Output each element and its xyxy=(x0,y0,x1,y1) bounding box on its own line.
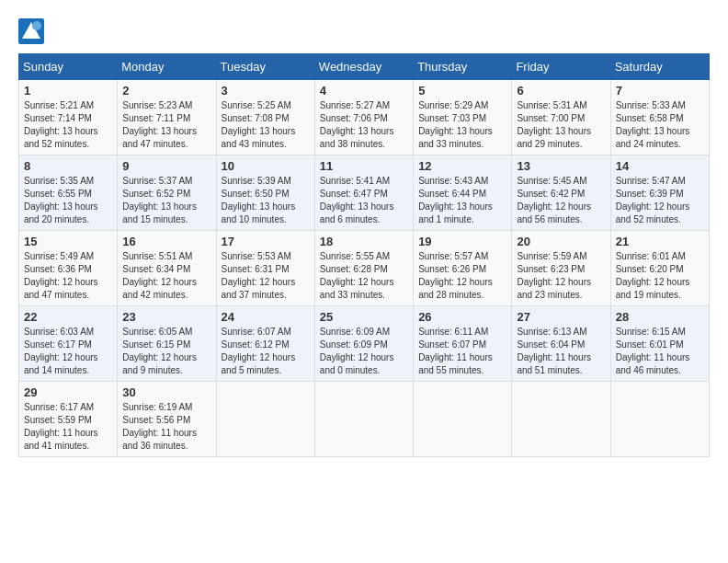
day-number: 6 xyxy=(517,84,605,98)
day-number: 19 xyxy=(418,235,506,248)
week-row-5: 29Sunrise: 6:17 AM Sunset: 5:59 PM Dayli… xyxy=(19,382,710,457)
day-number: 8 xyxy=(24,159,112,173)
day-info: Sunrise: 5:37 AM Sunset: 6:52 PM Dayligh… xyxy=(122,175,210,226)
day-number: 14 xyxy=(616,159,704,173)
day-info: Sunrise: 5:57 AM Sunset: 6:26 PM Dayligh… xyxy=(418,250,506,302)
day-info: Sunrise: 5:55 AM Sunset: 6:28 PM Dayligh… xyxy=(320,250,408,302)
header-tuesday: Tuesday xyxy=(216,54,314,80)
week-row-1: 1Sunrise: 5:21 AM Sunset: 7:14 PM Daylig… xyxy=(19,80,710,155)
calendar-cell: 17Sunrise: 5:53 AM Sunset: 6:31 PM Dayli… xyxy=(216,231,314,306)
calendar-cell: 2Sunrise: 5:23 AM Sunset: 7:11 PM Daylig… xyxy=(118,80,216,155)
day-info: Sunrise: 6:01 AM Sunset: 6:20 PM Dayligh… xyxy=(616,250,704,302)
day-info: Sunrise: 6:05 AM Sunset: 6:15 PM Dayligh… xyxy=(122,326,210,377)
day-info: Sunrise: 6:13 AM Sunset: 6:04 PM Dayligh… xyxy=(517,326,605,377)
day-number: 30 xyxy=(122,385,210,399)
calendar-cell: 13Sunrise: 5:45 AM Sunset: 6:42 PM Dayli… xyxy=(512,155,610,231)
day-number: 1 xyxy=(24,84,112,98)
day-number: 22 xyxy=(24,310,112,324)
day-info: Sunrise: 5:43 AM Sunset: 6:44 PM Dayligh… xyxy=(418,175,506,226)
calendar-cell: 18Sunrise: 5:55 AM Sunset: 6:28 PM Dayli… xyxy=(314,231,413,306)
day-number: 23 xyxy=(122,310,210,324)
calendar-cell: 11Sunrise: 5:41 AM Sunset: 6:47 PM Dayli… xyxy=(314,155,413,231)
day-number: 5 xyxy=(418,84,506,98)
day-number: 4 xyxy=(320,84,408,98)
calendar-cell: 10Sunrise: 5:39 AM Sunset: 6:50 PM Dayli… xyxy=(216,155,314,231)
day-info: Sunrise: 5:25 AM Sunset: 7:08 PM Dayligh… xyxy=(222,99,310,151)
day-number: 2 xyxy=(122,84,210,98)
day-number: 26 xyxy=(418,310,506,324)
day-info: Sunrise: 6:19 AM Sunset: 5:56 PM Dayligh… xyxy=(122,401,210,453)
calendar-cell: 29Sunrise: 6:17 AM Sunset: 5:59 PM Dayli… xyxy=(19,382,118,457)
day-info: Sunrise: 5:45 AM Sunset: 6:42 PM Dayligh… xyxy=(517,175,605,226)
logo xyxy=(18,18,48,44)
header-wednesday: Wednesday xyxy=(314,54,413,80)
calendar-cell: 25Sunrise: 6:09 AM Sunset: 6:09 PM Dayli… xyxy=(314,306,413,382)
day-info: Sunrise: 5:51 AM Sunset: 6:34 PM Dayligh… xyxy=(122,250,210,302)
day-number: 29 xyxy=(24,385,112,399)
day-info: Sunrise: 6:15 AM Sunset: 6:01 PM Dayligh… xyxy=(616,326,704,377)
day-info: Sunrise: 6:07 AM Sunset: 6:12 PM Dayligh… xyxy=(222,326,310,377)
day-info: Sunrise: 5:35 AM Sunset: 6:55 PM Dayligh… xyxy=(24,175,112,226)
day-number: 16 xyxy=(122,235,210,248)
header-monday: Monday xyxy=(118,54,216,80)
day-number: 28 xyxy=(616,310,704,324)
day-number: 25 xyxy=(320,310,408,324)
calendar-cell xyxy=(610,382,709,457)
day-info: Sunrise: 6:11 AM Sunset: 6:07 PM Dayligh… xyxy=(418,326,506,377)
calendar-cell: 3Sunrise: 5:25 AM Sunset: 7:08 PM Daylig… xyxy=(216,80,314,155)
day-info: Sunrise: 5:53 AM Sunset: 6:31 PM Dayligh… xyxy=(222,250,310,302)
header-saturday: Saturday xyxy=(610,54,709,80)
day-info: Sunrise: 5:23 AM Sunset: 7:11 PM Dayligh… xyxy=(122,99,210,151)
logo-icon xyxy=(18,18,44,44)
day-number: 17 xyxy=(222,235,310,248)
calendar-cell: 1Sunrise: 5:21 AM Sunset: 7:14 PM Daylig… xyxy=(19,80,118,155)
day-info: Sunrise: 5:41 AM Sunset: 6:47 PM Dayligh… xyxy=(320,175,408,226)
header-thursday: Thursday xyxy=(414,54,512,80)
calendar-cell: 26Sunrise: 6:11 AM Sunset: 6:07 PM Dayli… xyxy=(414,306,512,382)
calendar-cell: 12Sunrise: 5:43 AM Sunset: 6:44 PM Dayli… xyxy=(414,155,512,231)
calendar-table: SundayMondayTuesdayWednesdayThursdayFrid… xyxy=(18,53,710,457)
calendar-cell xyxy=(512,382,610,457)
calendar-cell: 27Sunrise: 6:13 AM Sunset: 6:04 PM Dayli… xyxy=(512,306,610,382)
day-number: 27 xyxy=(517,310,605,324)
day-number: 15 xyxy=(24,235,112,248)
day-number: 10 xyxy=(222,159,310,173)
day-info: Sunrise: 5:49 AM Sunset: 6:36 PM Dayligh… xyxy=(24,250,112,302)
day-number: 20 xyxy=(517,235,605,248)
day-info: Sunrise: 5:47 AM Sunset: 6:39 PM Dayligh… xyxy=(616,175,704,226)
calendar-cell: 5Sunrise: 5:29 AM Sunset: 7:03 PM Daylig… xyxy=(414,80,512,155)
calendar-cell: 9Sunrise: 5:37 AM Sunset: 6:52 PM Daylig… xyxy=(118,155,216,231)
day-number: 3 xyxy=(222,84,310,98)
day-number: 24 xyxy=(222,310,310,324)
day-info: Sunrise: 5:39 AM Sunset: 6:50 PM Dayligh… xyxy=(222,175,310,226)
week-row-4: 22Sunrise: 6:03 AM Sunset: 6:17 PM Dayli… xyxy=(19,306,710,382)
day-number: 21 xyxy=(616,235,704,248)
header-sunday: Sunday xyxy=(19,54,118,80)
calendar-cell: 7Sunrise: 5:33 AM Sunset: 6:58 PM Daylig… xyxy=(610,80,709,155)
calendar-cell xyxy=(414,382,512,457)
calendar-cell: 8Sunrise: 5:35 AM Sunset: 6:55 PM Daylig… xyxy=(19,155,118,231)
day-number: 13 xyxy=(517,159,605,173)
calendar-cell: 28Sunrise: 6:15 AM Sunset: 6:01 PM Dayli… xyxy=(610,306,709,382)
day-info: Sunrise: 6:09 AM Sunset: 6:09 PM Dayligh… xyxy=(320,326,408,377)
svg-point-2 xyxy=(32,21,41,30)
calendar-cell: 4Sunrise: 5:27 AM Sunset: 7:06 PM Daylig… xyxy=(314,80,413,155)
day-number: 12 xyxy=(418,159,506,173)
day-number: 18 xyxy=(320,235,408,248)
calendar-cell xyxy=(216,382,314,457)
calendar-cell xyxy=(314,382,413,457)
header-friday: Friday xyxy=(512,54,610,80)
calendar-cell: 22Sunrise: 6:03 AM Sunset: 6:17 PM Dayli… xyxy=(19,306,118,382)
week-row-3: 15Sunrise: 5:49 AM Sunset: 6:36 PM Dayli… xyxy=(19,231,710,306)
day-info: Sunrise: 5:31 AM Sunset: 7:00 PM Dayligh… xyxy=(517,99,605,151)
page-header xyxy=(18,18,710,44)
day-info: Sunrise: 5:27 AM Sunset: 7:06 PM Dayligh… xyxy=(320,99,408,151)
day-number: 7 xyxy=(616,84,704,98)
calendar-cell: 30Sunrise: 6:19 AM Sunset: 5:56 PM Dayli… xyxy=(118,382,216,457)
day-info: Sunrise: 5:33 AM Sunset: 6:58 PM Dayligh… xyxy=(616,99,704,151)
day-number: 9 xyxy=(122,159,210,173)
calendar-cell: 15Sunrise: 5:49 AM Sunset: 6:36 PM Dayli… xyxy=(19,231,118,306)
calendar-cell: 14Sunrise: 5:47 AM Sunset: 6:39 PM Dayli… xyxy=(610,155,709,231)
calendar-cell: 23Sunrise: 6:05 AM Sunset: 6:15 PM Dayli… xyxy=(118,306,216,382)
day-info: Sunrise: 5:59 AM Sunset: 6:23 PM Dayligh… xyxy=(517,250,605,302)
